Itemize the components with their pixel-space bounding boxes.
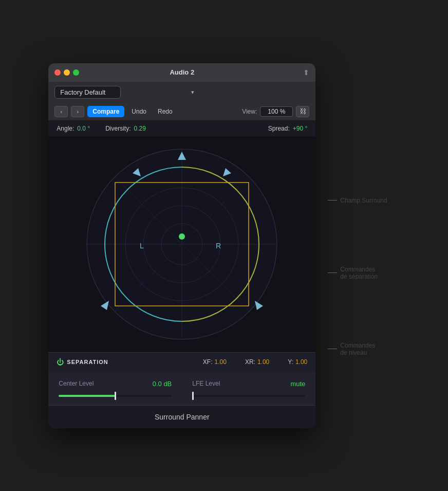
separation-label: Commandesde séparation — [340, 266, 378, 280]
xf-label: XF: — [203, 358, 213, 366]
preset-dropdown[interactable]: Factory Default — [54, 86, 121, 99]
view-value[interactable]: 100 % — [260, 106, 293, 117]
footer: Surround Panner — [48, 405, 315, 428]
diversity-label: Diversity: — [105, 125, 130, 132]
separation-title-group: ⏻ SEPARATION — [57, 358, 108, 366]
separation-title: SEPARATION — [67, 359, 108, 365]
back-button[interactable]: ‹ — [54, 106, 68, 117]
footer-title: Surround Panner — [155, 413, 210, 421]
y-label: Y: — [288, 358, 293, 366]
center-level-group: Center Level 0.0 dB — [59, 380, 172, 397]
link-icon: ⛓ — [300, 107, 306, 115]
center-level-header: Center Level 0.0 dB — [59, 380, 172, 392]
lfe-level-value: mute — [290, 380, 305, 388]
angle-value[interactable]: 0.0 ° — [77, 125, 90, 132]
angle-param: Angle: 0.0 ° — [57, 125, 90, 132]
center-level-thumb[interactable] — [115, 392, 116, 400]
svg-point-10 — [180, 234, 184, 239]
params-row: Angle: 0.0 ° Diversity: 0.29 Spread: +90… — [48, 121, 315, 136]
ann-dash-1 — [328, 200, 337, 201]
forward-button[interactable]: › — [71, 106, 84, 117]
separation-power-button[interactable]: ⏻ — [57, 358, 64, 366]
undo-button[interactable]: Undo — [127, 106, 151, 117]
maximize-button[interactable] — [73, 69, 79, 76]
compare-button[interactable]: Compare — [87, 106, 124, 117]
level-controls: Center Level 0.0 dB LFE Level mute — [48, 371, 315, 405]
title-bar: Audio 2 ⬆ — [48, 63, 315, 82]
plugin-window: Audio 2 ⬆ Factory Default ‹ › Compare Un… — [48, 63, 315, 428]
preset-dropdown-wrapper: Factory Default — [54, 86, 198, 99]
view-label: View: — [242, 108, 257, 115]
lfe-level-thumb[interactable] — [192, 392, 194, 400]
sep-xr-param: XR: 1.00 — [245, 358, 269, 366]
ann-dash-2 — [328, 272, 337, 273]
separation-annotation: Commandesde séparation — [328, 266, 387, 280]
sep-xf-param: XF: 1.00 — [203, 358, 227, 366]
center-level-value: 0.0 dB — [153, 380, 172, 388]
lfe-level-label: LFE Level — [192, 380, 220, 390]
speaker-bottom-left-handle[interactable] — [101, 301, 109, 310]
xf-value[interactable]: 1.00 — [215, 358, 227, 366]
plugin-area: Angle: 0.0 ° Diversity: 0.29 Spread: +90… — [48, 121, 315, 428]
sep-y-param: Y: 1.00 — [288, 358, 307, 366]
minimize-button[interactable] — [64, 69, 70, 76]
angle-label: Angle: — [57, 125, 74, 132]
surround-svg: L R — [59, 141, 305, 347]
lfe-level-slider[interactable] — [192, 395, 305, 397]
xr-value[interactable]: 1.00 — [257, 358, 269, 366]
level-annotation: Commandesde niveau — [328, 342, 387, 356]
center-level-fill — [59, 395, 115, 397]
traffic-lights — [54, 69, 79, 76]
surround-field-annotation: Champ Surround — [328, 197, 387, 204]
right-speaker-label: R — [216, 242, 221, 250]
lfe-level-header: LFE Level mute — [192, 380, 305, 392]
left-speaker-label: L — [140, 242, 144, 250]
ann-dash-3 — [328, 349, 337, 349]
lfe-level-group: LFE Level mute — [192, 380, 305, 397]
center-level-label: Center Level — [59, 380, 94, 390]
toolbar: ‹ › Compare Undo Redo View: 100 % ⛓ — [48, 103, 315, 121]
level-label-ann: Commandesde niveau — [340, 342, 375, 356]
center-level-slider[interactable] — [59, 395, 172, 397]
surround-field[interactable]: L R — [48, 136, 315, 352]
window-title: Audio 2 — [170, 68, 194, 76]
preset-bar: Factory Default — [48, 82, 315, 103]
y-value[interactable]: 1.00 — [295, 358, 307, 366]
diversity-value[interactable]: 0.29 — [134, 125, 146, 132]
diversity-param: Diversity: 0.29 — [105, 125, 146, 132]
surround-field-label: Champ Surround — [340, 197, 387, 204]
spread-label: Spread: — [268, 125, 290, 132]
redo-button[interactable]: Redo — [154, 106, 177, 117]
annotations-column: Champ Surround Commandesde séparation Co… — [315, 63, 399, 428]
close-button[interactable] — [54, 69, 61, 76]
spread-value[interactable]: +90 ° — [293, 125, 308, 132]
spread-param: Spread: +90 ° — [268, 125, 308, 132]
link-button[interactable]: ⛓ — [296, 106, 309, 117]
xr-label: XR: — [245, 358, 255, 366]
separation-bar: ⏻ SEPARATION XF: 1.00 XR: 1.00 Y: 1.00 — [48, 352, 315, 371]
upload-icon[interactable]: ⬆ — [303, 68, 309, 77]
speaker-bottom-right-handle[interactable] — [255, 301, 263, 310]
